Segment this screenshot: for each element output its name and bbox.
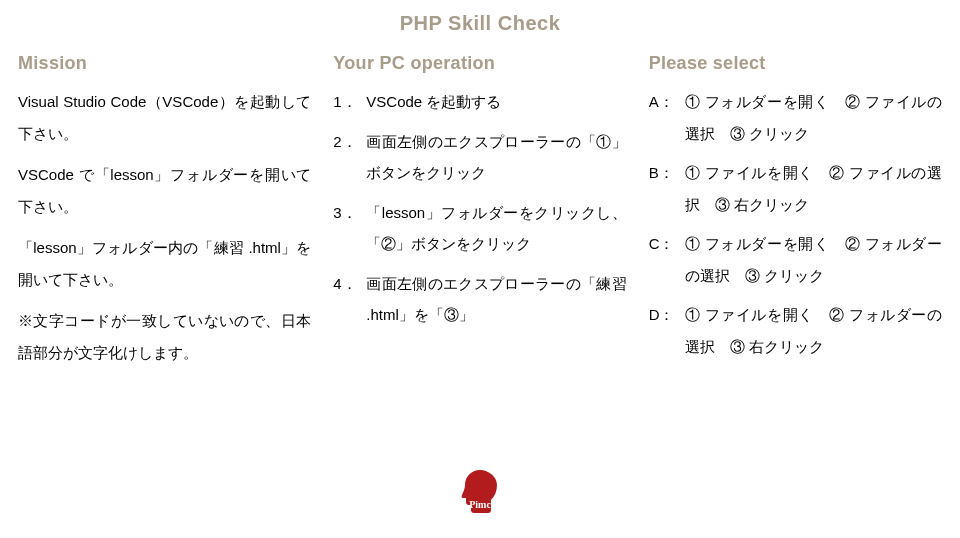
choice-text-c: ① フォルダーを開く ② フォルダーの選択 ③ クリック bbox=[685, 235, 942, 284]
mission-para-4: ※文字コードが一致していないので、日本語部分が文字化けします。 bbox=[18, 305, 311, 368]
choice-c[interactable]: C： ① フォルダーを開く ② フォルダーの選択 ③ クリック bbox=[649, 228, 942, 291]
choice-d[interactable]: D： ① ファイルを開く ② フォルダーの選択 ③ 右クリック bbox=[649, 299, 942, 362]
choice-label-c: C： bbox=[649, 228, 675, 260]
mission-para-3: 「lesson」フォルダー内の「練習 .html」を開いて下さい。 bbox=[18, 232, 311, 295]
select-heading: Please select bbox=[649, 53, 942, 74]
mission-heading: Mission bbox=[18, 53, 311, 74]
choice-text-d: ① ファイルを開く ② フォルダーの選択 ③ 右クリック bbox=[685, 306, 942, 355]
choice-label-d: D： bbox=[649, 299, 675, 331]
operation-heading: Your PC operation bbox=[333, 53, 626, 74]
operation-step-3: 「lesson」フォルダーをクリックし、「②」ボタンをクリック bbox=[333, 197, 626, 260]
operation-list: VSCode を起動する 画面左側のエクスプローラーの「①」ボタンをクリック 「… bbox=[333, 86, 626, 331]
logo-text: Pimc bbox=[469, 499, 491, 510]
mission-column: Mission Visual Studio Code（VSCode）を起動して下… bbox=[18, 53, 311, 378]
choice-a[interactable]: A： ① フォルダーを開く ② ファイルの選択 ③ クリック bbox=[649, 86, 942, 149]
logo-icon: Pimc bbox=[457, 468, 503, 516]
select-column: Please select A： ① フォルダーを開く ② ファイルの選択 ③ … bbox=[649, 53, 942, 378]
mission-para-2: VSCode で「lesson」フォルダーを開いて下さい。 bbox=[18, 159, 311, 222]
operation-step-2: 画面左側のエクスプローラーの「①」ボタンをクリック bbox=[333, 126, 626, 189]
operation-column: Your PC operation VSCode を起動する 画面左側のエクスプ… bbox=[333, 53, 626, 378]
page-title: PHP Skill Check bbox=[0, 0, 960, 35]
choice-b[interactable]: B： ① ファイルを開く ② ファイルの選択 ③ 右クリック bbox=[649, 157, 942, 220]
choice-label-a: A： bbox=[649, 86, 674, 118]
mission-para-1: Visual Studio Code（VSCode）を起動して下さい。 bbox=[18, 86, 311, 149]
choice-list: A： ① フォルダーを開く ② ファイルの選択 ③ クリック B： ① ファイル… bbox=[649, 86, 942, 362]
operation-step-1: VSCode を起動する bbox=[333, 86, 626, 118]
choice-text-a: ① フォルダーを開く ② ファイルの選択 ③ クリック bbox=[685, 93, 942, 142]
choice-label-b: B： bbox=[649, 157, 674, 189]
operation-step-4: 画面左側のエクスプローラーの「練習 .html」を「③」 bbox=[333, 268, 626, 331]
choice-text-b: ① ファイルを開く ② ファイルの選択 ③ 右クリック bbox=[685, 164, 942, 213]
columns: Mission Visual Studio Code（VSCode）を起動して下… bbox=[0, 35, 960, 378]
logo-wrap: Pimc bbox=[0, 468, 960, 520]
